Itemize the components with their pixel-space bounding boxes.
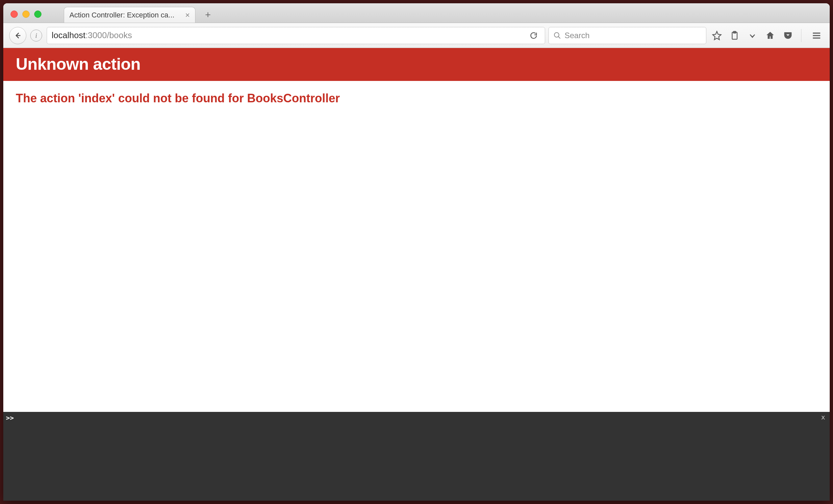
menu-button[interactable] <box>809 28 824 43</box>
window-close-button[interactable] <box>10 10 18 18</box>
browser-tab[interactable]: Action Controller: Exception ca... × <box>64 7 195 23</box>
search-placeholder: Search <box>565 31 590 40</box>
library-button[interactable] <box>728 28 742 43</box>
back-arrow-icon <box>14 31 22 40</box>
star-icon <box>712 31 722 41</box>
error-message: The action 'index' could not be found fo… <box>16 92 817 105</box>
search-bar[interactable]: Search <box>548 27 706 44</box>
window-minimize-button[interactable] <box>22 10 30 18</box>
tab-bar: Action Controller: Exception ca... × + <box>3 3 830 23</box>
bookmark-star-button[interactable] <box>710 28 724 43</box>
svg-line-1 <box>558 37 560 39</box>
home-button[interactable] <box>763 28 778 43</box>
pocket-button[interactable] <box>781 28 795 43</box>
back-button[interactable] <box>9 27 26 44</box>
url-rest: :3000/books <box>86 30 132 41</box>
clipboard-icon <box>730 31 740 41</box>
error-header: Unknown action <box>3 48 830 81</box>
svg-point-0 <box>554 32 559 37</box>
site-info-button[interactable]: i <box>30 30 42 42</box>
url-bar[interactable]: localhost:3000/books <box>47 27 545 44</box>
window-maximize-button[interactable] <box>34 10 42 18</box>
download-icon <box>747 31 757 41</box>
error-title: Unknown action <box>16 55 817 74</box>
download-button[interactable] <box>745 28 760 43</box>
hamburger-icon <box>812 31 822 41</box>
tab-title: Action Controller: Exception ca... <box>69 11 182 19</box>
console-prompt: >> <box>6 414 14 422</box>
new-tab-button[interactable]: + <box>201 8 214 21</box>
reload-button[interactable] <box>527 31 540 40</box>
reload-icon <box>529 31 538 40</box>
toolbar: i localhost:3000/books Search <box>3 23 830 48</box>
search-icon <box>553 31 561 40</box>
pocket-icon <box>783 31 793 41</box>
browser-window: Action Controller: Exception ca... × + i… <box>3 3 830 501</box>
console-close-button[interactable]: x <box>821 413 825 421</box>
window-controls <box>10 10 42 18</box>
debug-console[interactable]: >> x <box>3 412 830 501</box>
url-host: localhost <box>52 30 86 41</box>
toolbar-divider <box>801 29 802 42</box>
home-icon <box>765 31 775 41</box>
page-content: Unknown action The action 'index' could … <box>3 48 830 501</box>
tab-close-icon[interactable]: × <box>185 10 190 20</box>
error-body: The action 'index' could not be found fo… <box>3 81 830 412</box>
